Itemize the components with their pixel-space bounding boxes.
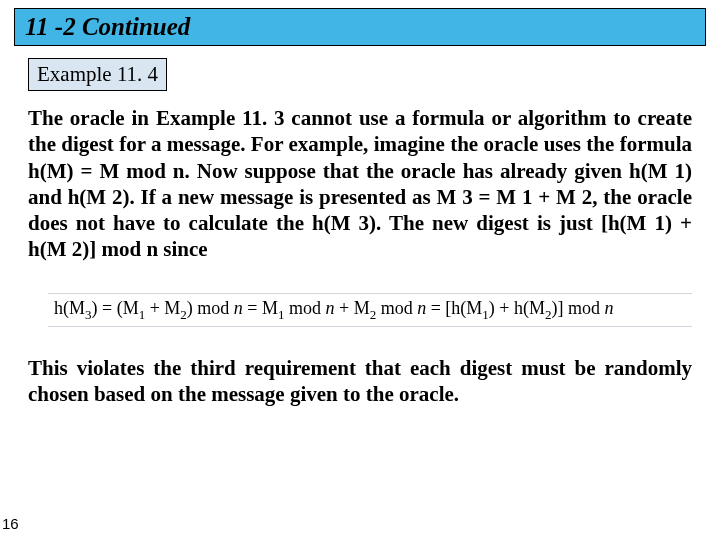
formula-part: h(M xyxy=(54,298,85,318)
formula-var: n xyxy=(417,298,426,318)
formula-part: )] mod xyxy=(551,298,604,318)
section-title: 11 -2 Continued xyxy=(25,13,190,40)
paragraph-1: The oracle in Example 11. 3 cannot use a… xyxy=(28,105,692,263)
formula-part: mod xyxy=(376,298,417,318)
formula-var: n xyxy=(234,298,243,318)
page-number: 16 xyxy=(2,515,19,532)
formula-part: ) + h(M xyxy=(489,298,545,318)
formula-part: = M xyxy=(243,298,278,318)
formula-part: = [h(M xyxy=(426,298,482,318)
formula-part: + M xyxy=(334,298,369,318)
formula-part: ) mod xyxy=(187,298,234,318)
formula-part: ) = (M xyxy=(92,298,139,318)
section-header: 11 -2 Continued xyxy=(14,8,706,46)
formula-part: + M xyxy=(145,298,180,318)
example-badge: Example 11. 4 xyxy=(28,58,167,91)
formula-var: n xyxy=(604,298,613,318)
formula-part: mod xyxy=(284,298,325,318)
paragraph-2: This violates the third requirement that… xyxy=(28,355,692,408)
formula: h(M3) = (M1 + M2) mod n = M1 mod n + M2 … xyxy=(48,293,692,328)
